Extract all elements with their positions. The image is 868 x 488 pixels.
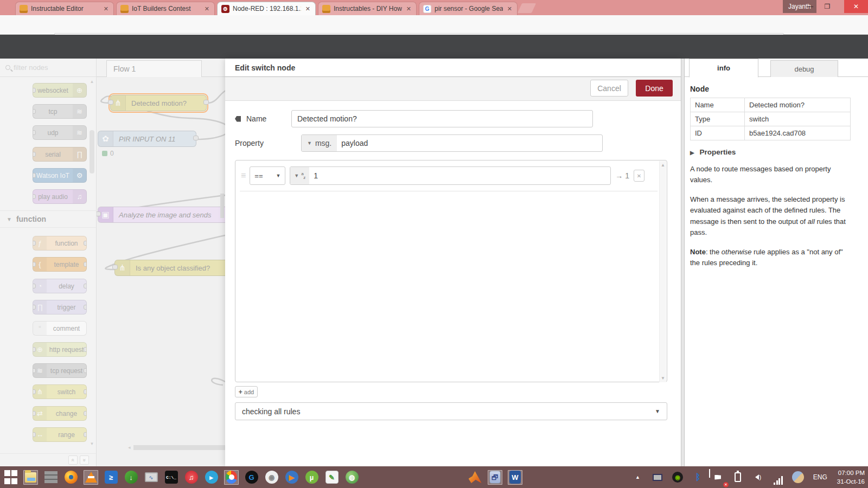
property-value[interactable]: payload (337, 139, 372, 147)
battery-tray-icon[interactable] (731, 470, 745, 485)
palette-node-http-request[interactable]: ⊕ http request (33, 342, 87, 357)
close-button[interactable]: ✕ (844, 0, 868, 13)
start-button[interactable] (3, 470, 18, 485)
palette-node-template[interactable]: { template (33, 257, 87, 272)
vlc-icon[interactable] (84, 470, 98, 485)
cancel-button[interactable]: Cancel (590, 80, 628, 97)
palette-node-serial[interactable]: serial ∏ (33, 147, 87, 162)
check-mode-select[interactable]: checking all rules ▼ (235, 402, 667, 420)
tab-close-icon[interactable]: ✕ (103, 5, 110, 12)
collapse-all-button[interactable]: « (68, 455, 78, 465)
palette-node-watson-iot[interactable]: Watson IoT ⚙ (33, 168, 87, 183)
rule-type-button[interactable]: ▼ az (290, 167, 309, 184)
scroll-down-icon[interactable]: ▼ (661, 376, 665, 381)
node-output-port[interactable] (193, 136, 199, 140)
tab-info[interactable]: info (689, 59, 758, 78)
film-reel-icon[interactable]: ◉ (264, 470, 279, 485)
bluetooth-tray-icon[interactable]: ᛒ (691, 470, 705, 485)
network-tray-icon[interactable] (771, 470, 786, 485)
palette-node-delay[interactable]: ◔ delay (33, 279, 87, 293)
action-center-flag-icon[interactable] (711, 470, 725, 485)
command-prompt-icon[interactable]: C:\_ (164, 470, 178, 485)
media-player-icon[interactable]: ▶ (284, 470, 299, 485)
palette-node-change[interactable]: ⇄ change (33, 406, 87, 421)
tab-close-icon[interactable]: ✕ (203, 5, 210, 12)
palette-scrollbar[interactable] (90, 130, 94, 174)
palette-node-range[interactable]: ↔ range (33, 427, 87, 442)
tab-close-icon[interactable]: ✕ (304, 5, 311, 12)
flow-node-is-any-object[interactable]: ⋔ Is any object classified? (114, 260, 225, 276)
tab-flow-1[interactable]: Flow 1 (106, 60, 202, 77)
canvas-horizontal-scrollbar[interactable]: ◂ (129, 445, 225, 450)
node-input-port[interactable] (108, 100, 113, 105)
flow-node-detected-motion[interactable]: ⋔ Detected motion? (110, 95, 207, 111)
palette-node-comment[interactable]: “ comment (33, 321, 87, 336)
done-button[interactable]: Done (636, 80, 673, 97)
file-explorer-icon[interactable] (23, 470, 38, 485)
powershell-icon[interactable]: ≥ (104, 470, 118, 485)
name-input[interactable] (291, 110, 593, 127)
nvidia-tray-icon[interactable]: ◉ (671, 470, 685, 485)
onedrive-tray-icon[interactable] (791, 470, 806, 485)
minimize-button[interactable]: — (802, 0, 818, 13)
itunes-icon[interactable]: ♫ (184, 470, 199, 485)
bricks-app-icon[interactable] (43, 470, 58, 485)
rule-row[interactable]: ≡ == ▼ ▼ az → 1 ✕ (235, 165, 667, 187)
hidden-icons-arrow[interactable]: ▲ (630, 470, 645, 485)
palette-node-tcp[interactable]: tcp ≋ (33, 104, 87, 119)
new-tab-button[interactable] (518, 3, 536, 13)
drag-handle-icon[interactable]: ≡ (241, 171, 245, 181)
scroll-up-icon[interactable]: ▲ (661, 163, 665, 168)
matlab-icon[interactable] (468, 470, 482, 485)
palette-scroll-up-icon[interactable]: ▲ (89, 79, 95, 84)
tab-close-icon[interactable]: ✕ (405, 5, 412, 12)
browser-tab[interactable]: IoT Builders Contest ✕ (116, 2, 215, 15)
filter-nodes-input[interactable] (14, 63, 79, 72)
browser-tab[interactable]: G pir sensor - Google Searc ✕ (419, 2, 518, 15)
telegram-icon[interactable]: ▸ (204, 470, 219, 485)
tray-display-icon[interactable] (650, 470, 665, 485)
performance-monitor-icon[interactable]: ∿ (144, 470, 158, 485)
restore-button[interactable]: ❐ (819, 0, 835, 13)
rule-delete-button[interactable]: ✕ (634, 170, 644, 182)
palette-node-websocket[interactable]: websocket ⊕ (33, 83, 87, 98)
g-app-icon[interactable]: G (244, 470, 259, 485)
notepad-plus-icon[interactable]: ✎ (324, 470, 339, 485)
rule-value-input[interactable] (309, 171, 610, 180)
flow-canvas[interactable]: ⋔ Detected motion? ✿ PIR INPUT ON 11 0 ▣… (97, 77, 225, 466)
volume-tray-icon[interactable]: ) (751, 470, 765, 485)
add-rule-button[interactable]: + add (235, 386, 258, 397)
palette-scroll-down-icon[interactable]: ▼ (89, 441, 95, 446)
rule-operator-select[interactable]: == ▼ (250, 166, 285, 185)
properties-expander[interactable]: ▶ Properties (690, 148, 853, 156)
firefox-icon[interactable] (63, 470, 78, 485)
flow-node-pir-input[interactable]: ✿ PIR INPUT ON 11 (98, 131, 196, 147)
palette-node-tcp-request[interactable]: ≋ tcp request (33, 363, 87, 378)
rule-value-input-group[interactable]: ▼ az (290, 166, 611, 185)
language-indicator[interactable]: ENG (811, 470, 829, 485)
palette-node-function[interactable]: ƒ function (33, 236, 87, 251)
tab-debug[interactable]: debug (770, 60, 838, 77)
globe-app-icon[interactable]: ◍ (344, 470, 359, 485)
property-input[interactable]: ▼ msg. payload (301, 134, 603, 152)
word-icon[interactable]: W (508, 470, 522, 485)
chrome-icon[interactable] (224, 470, 239, 485)
tab-close-icon[interactable]: ✕ (506, 5, 513, 12)
palette-node-trigger[interactable]: ∏ trigger (33, 300, 87, 314)
browser-tab-active[interactable]: ⚙ Node-RED : 192.168.1.12 ✕ (217, 2, 316, 15)
node-input-port[interactable] (97, 211, 101, 216)
utorrent-icon[interactable]: µ (304, 470, 319, 485)
palette-node-play-audio[interactable]: play audio ♫ (33, 189, 87, 204)
sidebar-resizer[interactable] (681, 59, 685, 466)
palette-category-function[interactable]: ▼ function (0, 210, 96, 228)
remote-desktop-icon[interactable]: 🗗 (488, 470, 502, 485)
property-type-button[interactable]: ▼ msg. (302, 135, 337, 151)
rules-scrollbar[interactable]: ▲ ▼ (659, 161, 666, 382)
browser-tab[interactable]: Instructable Editor ✕ (15, 2, 114, 15)
idm-icon[interactable]: ↓ (124, 470, 138, 485)
node-input-port[interactable] (112, 265, 118, 269)
canvas-vertical-scrollbar[interactable] (220, 194, 224, 218)
taskbar-clock[interactable]: 07:00 PM 31-Oct-16 (837, 468, 865, 486)
palette-node-udp[interactable]: udp ≋ (33, 125, 87, 140)
palette-node-switch[interactable]: ⋔ switch (33, 384, 87, 399)
